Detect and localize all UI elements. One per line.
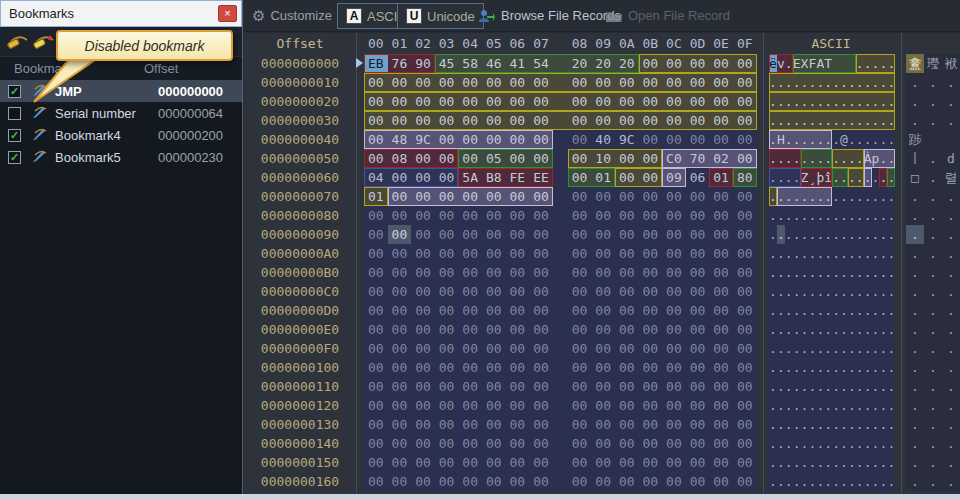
- ascii-char-cell[interactable]: .: [872, 225, 880, 244]
- ascii-char-cell[interactable]: .: [848, 282, 856, 301]
- ascii-area[interactable]: ................: [769, 377, 895, 396]
- browse-file-records-button[interactable]: Browse File Records: [478, 0, 621, 31]
- ascii-char-cell[interactable]: .: [856, 206, 864, 225]
- hex-byte-cell[interactable]: 00: [506, 301, 530, 320]
- unicode-area[interactable]: ...: [906, 282, 960, 301]
- ascii-char-cell[interactable]: .: [801, 396, 809, 415]
- hex-byte-cell[interactable]: 00: [411, 187, 435, 206]
- unicode-char-cell[interactable]: .: [942, 282, 960, 301]
- hex-byte-cell[interactable]: 00: [411, 339, 435, 358]
- hex-byte-cell[interactable]: 00: [639, 206, 663, 225]
- ascii-char-cell[interactable]: .: [785, 396, 793, 415]
- hex-byte-cell[interactable]: 00: [639, 472, 663, 491]
- unicode-char-cell[interactable]: .: [942, 320, 960, 339]
- ascii-char-cell[interactable]: .: [793, 206, 801, 225]
- hex-byte-cell[interactable]: 00: [686, 472, 710, 491]
- hex-byte-area[interactable]: 00000000000000000000000000000000: [364, 472, 757, 491]
- hex-byte-cell[interactable]: 00: [388, 282, 412, 301]
- ascii-char-cell[interactable]: .: [769, 415, 777, 434]
- hex-byte-cell[interactable]: 00: [482, 377, 506, 396]
- ascii-char-cell[interactable]: .: [832, 168, 840, 187]
- hex-byte-cell[interactable]: 00: [411, 225, 435, 244]
- ascii-char-cell[interactable]: .: [824, 453, 832, 472]
- unicode-area[interactable]: ...: [906, 301, 960, 320]
- unicode-char-cell[interactable]: .: [924, 453, 942, 472]
- unicode-toggle-button[interactable]: U Unicode: [397, 3, 484, 29]
- hex-byte-cell[interactable]: 00: [662, 282, 686, 301]
- hex-byte-cell[interactable]: 00: [364, 73, 388, 92]
- hex-byte-cell[interactable]: 00: [458, 225, 482, 244]
- ascii-char-cell[interactable]: .: [816, 244, 824, 263]
- ascii-char-cell[interactable]: .: [848, 244, 856, 263]
- hex-byte-cell[interactable]: 00: [506, 225, 530, 244]
- ascii-char-cell[interactable]: .: [785, 453, 793, 472]
- hex-byte-cell[interactable]: 00: [388, 206, 412, 225]
- unicode-char-cell[interactable]: 踄: [906, 130, 924, 149]
- hex-byte-cell[interactable]: 00: [364, 225, 388, 244]
- hex-byte-cell[interactable]: 00: [529, 225, 553, 244]
- hex-byte-area[interactable]: 00000000000000000000000000000000: [364, 111, 757, 130]
- hex-byte-cell[interactable]: 00: [388, 320, 412, 339]
- hex-byte-cell[interactable]: 00: [506, 358, 530, 377]
- ascii-char-cell[interactable]: .: [832, 111, 840, 130]
- hex-byte-area[interactable]: 01000000000000000000000000000000: [364, 187, 757, 206]
- hex-byte-cell[interactable]: 00: [639, 358, 663, 377]
- ascii-char-cell[interactable]: .: [816, 377, 824, 396]
- ascii-char-cell[interactable]: .: [856, 225, 864, 244]
- hex-byte-cell[interactable]: 00: [615, 206, 639, 225]
- hex-byte-cell[interactable]: 00: [591, 92, 615, 111]
- ascii-char-cell[interactable]: X: [801, 54, 809, 73]
- ascii-char-cell[interactable]: .: [848, 206, 856, 225]
- bookmark-row[interactable]: ✓Bookmark5000000230: [0, 146, 242, 168]
- unicode-char-cell[interactable]: .: [906, 358, 924, 377]
- ascii-char-cell[interactable]: .: [801, 301, 809, 320]
- ascii-char-cell[interactable]: .: [832, 92, 840, 111]
- hex-byte-cell[interactable]: 00: [639, 187, 663, 206]
- hex-byte-area[interactable]: 00000000000000000000000000000000: [364, 301, 757, 320]
- offset-column-header[interactable]: Offset: [144, 61, 178, 76]
- ascii-area[interactable]: ................: [769, 206, 895, 225]
- ascii-char-cell[interactable]: .: [872, 263, 880, 282]
- ascii-char-cell[interactable]: .: [864, 225, 872, 244]
- hex-byte-cell[interactable]: 00: [639, 396, 663, 415]
- unicode-char-cell[interactable]: .: [942, 263, 960, 282]
- ascii-char-cell[interactable]: .: [769, 73, 777, 92]
- hex-byte-cell[interactable]: 00: [568, 377, 592, 396]
- hex-byte-cell[interactable]: 00: [662, 358, 686, 377]
- unicode-area[interactable]: ...: [906, 244, 960, 263]
- ascii-char-cell[interactable]: .: [785, 206, 793, 225]
- hex-byte-cell[interactable]: 00: [364, 111, 388, 130]
- hex-byte-cell[interactable]: 00: [482, 358, 506, 377]
- ascii-char-cell[interactable]: .: [832, 339, 840, 358]
- hex-byte-cell[interactable]: 00: [686, 206, 710, 225]
- hex-byte-cell[interactable]: 00: [615, 358, 639, 377]
- bookmarks-panel-titlebar[interactable]: Bookmarks ×: [0, 0, 242, 27]
- unicode-area[interactable]: ...: [906, 339, 960, 358]
- ascii-area[interactable]: ................: [769, 282, 895, 301]
- hex-byte-cell[interactable]: 00: [388, 244, 412, 263]
- ascii-char-cell[interactable]: .: [848, 111, 856, 130]
- hex-byte-cell[interactable]: 00: [506, 263, 530, 282]
- ascii-char-cell[interactable]: .: [864, 453, 872, 472]
- ascii-char-cell[interactable]: .: [793, 92, 801, 111]
- hex-byte-cell[interactable]: 00: [364, 130, 388, 149]
- hex-byte-cell[interactable]: 00: [411, 206, 435, 225]
- ascii-char-cell[interactable]: .: [793, 396, 801, 415]
- ascii-char-cell[interactable]: .: [832, 73, 840, 92]
- unicode-char-cell[interactable]: .: [942, 206, 960, 225]
- hex-byte-cell[interactable]: 00: [364, 358, 388, 377]
- ascii-char-cell[interactable]: .: [785, 149, 793, 168]
- ascii-char-cell[interactable]: .: [840, 320, 848, 339]
- hex-byte-cell[interactable]: 00: [435, 396, 459, 415]
- ascii-char-cell[interactable]: .: [785, 339, 793, 358]
- ascii-char-cell[interactable]: .: [856, 472, 864, 491]
- unicode-char-cell[interactable]: .: [906, 263, 924, 282]
- ascii-char-cell[interactable]: .: [777, 244, 785, 263]
- ascii-char-cell[interactable]: .: [824, 187, 832, 206]
- hex-byte-cell[interactable]: 48: [388, 130, 412, 149]
- ascii-char-cell[interactable]: .: [769, 168, 777, 187]
- ascii-char-cell[interactable]: .: [864, 339, 872, 358]
- ascii-char-cell[interactable]: .: [864, 206, 872, 225]
- ascii-char-cell[interactable]: .: [848, 149, 856, 168]
- hex-byte-cell[interactable]: 00: [639, 244, 663, 263]
